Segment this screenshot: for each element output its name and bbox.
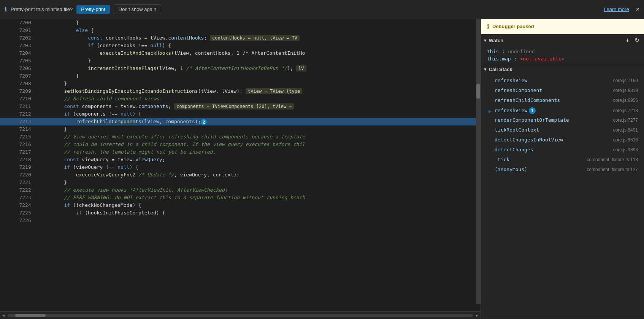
- line-content: // View queries must execute after refre…: [37, 133, 481, 141]
- callstack-location: core.js:7213: [613, 108, 638, 113]
- callstack-location: component_fixture.ts:127: [587, 167, 638, 172]
- line-content: setHostBindingsByExecutingExpandoInstruc…: [37, 87, 481, 95]
- line-content: refreshChildComponents(lView, components…: [37, 118, 481, 125]
- line-number: 7223: [0, 194, 37, 202]
- vertical-scrollbar[interactable]: [476, 19, 481, 304]
- line-number: 7211: [0, 103, 37, 110]
- inline-value: tView = TView {type: [246, 88, 302, 94]
- line-number: 7221: [0, 179, 37, 186]
- watch-add-button[interactable]: +: [624, 37, 631, 44]
- line-content: }: [37, 125, 481, 133]
- callstack-item[interactable]: tickRootContextcore.js:8491: [481, 125, 644, 135]
- line-content: if (viewQuery !== null) {: [37, 163, 481, 171]
- frame-indicator: [487, 98, 493, 104]
- code-line-7220: 7220 executeViewQueryFn(2 /* Update */, …: [0, 171, 481, 179]
- line-content: }: [37, 57, 481, 65]
- watch-item[interactable]: this:undefined: [487, 48, 638, 55]
- line-number: 7210: [0, 95, 37, 103]
- callstack-section-header[interactable]: ▼ Call Stack: [481, 64, 644, 75]
- callstack-function-name: tickRootContext: [495, 127, 610, 133]
- watch-key: this.map: [487, 56, 511, 62]
- watch-collapse-arrow: ▼: [484, 38, 487, 43]
- line-number: 7206: [0, 65, 37, 72]
- line-number: 7204: [0, 49, 37, 57]
- code-line-7209: 7209 setHostBindingsByExecutingExpandoIn…: [0, 87, 481, 95]
- code-line-7205: 7205 }: [0, 57, 481, 65]
- watch-refresh-button[interactable]: ↻: [633, 37, 641, 44]
- line-number: 7217: [0, 148, 37, 156]
- line-number: 7225: [0, 209, 37, 217]
- callstack-location: core.js:8319: [613, 88, 638, 93]
- line-content: }: [37, 19, 481, 27]
- watch-value: undefined: [508, 49, 535, 54]
- callstack-location: core.js:7277: [613, 117, 638, 123]
- breakpoint-badge: 2: [201, 119, 207, 125]
- callstack-item[interactable]: detectChangesInRootViewcore.js:8516: [481, 135, 644, 145]
- right-panel: ℹ Debugger paused ▼ Watch + ↻ this:undef…: [481, 19, 644, 319]
- line-number: 7224: [0, 202, 37, 209]
- callstack-item[interactable]: refreshViewcore.js:7160: [481, 76, 644, 86]
- callstack-item[interactable]: (anonymous)component_fixture.ts:127: [481, 165, 644, 175]
- code-line-7219: 7219 if (viewQuery !== null) {: [0, 163, 481, 171]
- line-content: [37, 217, 481, 224]
- code-line-7203: 7203 if (contentHooks !== null) {: [0, 42, 481, 49]
- callstack-function-name: refreshView1: [495, 107, 610, 114]
- callstack-function-name: refreshView: [495, 78, 610, 83]
- code-line-7223: 7223 // PERF WARNING: do NOT extract thi…: [0, 194, 481, 202]
- close-banner-button[interactable]: ×: [636, 6, 639, 13]
- watch-section-header[interactable]: ▼ Watch + ↻: [481, 34, 644, 46]
- dont-show-button[interactable]: Don't show again: [114, 5, 161, 14]
- scrollbar-thumb-horizontal[interactable]: [15, 314, 46, 317]
- scroll-right-button[interactable]: ▶: [474, 313, 480, 318]
- callstack-item[interactable]: detectChangescore.js:9893: [481, 145, 644, 155]
- scrollbar-thumb-vertical[interactable]: [476, 84, 480, 99]
- callstack-item[interactable]: ▶refreshView1core.js:7213: [481, 106, 644, 116]
- callstack-location: component_fixture.ts:113: [587, 157, 638, 162]
- callstack-function-name: detectChangesInRootView: [495, 137, 610, 143]
- code-line-7207: 7207 }: [0, 72, 481, 80]
- callstack-item[interactable]: _tickcomponent_fixture.ts:113: [481, 155, 644, 165]
- line-number: 7202: [0, 34, 37, 42]
- code-line-7221: 7221 }: [0, 179, 481, 186]
- line-content: const viewQuery = tView.viewQuery;: [37, 156, 481, 163]
- callstack-item[interactable]: refreshChildComponentscore.js:6956: [481, 96, 644, 106]
- line-content: // could be inserted in a child componen…: [37, 141, 481, 148]
- line-content: const contentHooks = tView.contentHooks;…: [37, 34, 481, 42]
- watch-item[interactable]: this.map:<not available>: [487, 55, 638, 62]
- info-icon: ℹ: [5, 6, 7, 13]
- line-number: 7219: [0, 163, 37, 171]
- line-content: if (contentHooks !== null) {: [37, 42, 481, 49]
- line-content: executeViewQueryFn(2 /* Update */, viewQ…: [37, 171, 481, 179]
- code-line-7216: 7216 // could be inserted in a child com…: [0, 141, 481, 148]
- line-content: }: [37, 72, 481, 80]
- line-number: 7218: [0, 156, 37, 163]
- code-line-7201: 7201 else {: [0, 27, 481, 34]
- line-number: 7207: [0, 72, 37, 80]
- line-number: 7216: [0, 141, 37, 148]
- code-line-7200: 7200 }: [0, 19, 481, 27]
- watch-key: this: [487, 49, 499, 54]
- code-line-7224: 7224 if (!checkNoChangesMode) {: [0, 202, 481, 209]
- active-frame-arrow: ▶: [489, 108, 492, 114]
- line-number: 7212: [0, 110, 37, 118]
- line-number: 7201: [0, 27, 37, 34]
- code-line-7215: 7215 // View queries must execute after …: [0, 133, 481, 141]
- inline-value: lV: [296, 65, 306, 71]
- callstack-info: refreshComponentcore.js:8319: [495, 87, 638, 93]
- callstack-item[interactable]: refreshComponentcore.js:8319: [481, 86, 644, 96]
- scroll-left-button[interactable]: ◀: [1, 313, 6, 318]
- callstack-item[interactable]: renderComponentOrTemplatecore.js:7277: [481, 116, 644, 125]
- code-line-7210: 7210 // Refresh child component views.: [0, 95, 481, 103]
- line-number: 7200: [0, 19, 37, 27]
- watch-title: Watch: [489, 38, 624, 43]
- horizontal-scrollbar[interactable]: [8, 314, 473, 317]
- frame-indicator: [487, 118, 493, 124]
- line-content: // PERF WARNING: do NOT extract this to …: [37, 194, 481, 202]
- code-line-7226: 7226: [0, 217, 481, 224]
- pretty-print-button[interactable]: Pretty-print: [76, 5, 110, 14]
- code-scroll[interactable]: 7200 }7201 else {7202 const contentHooks…: [0, 19, 481, 311]
- callstack-collapse-arrow: ▼: [484, 67, 487, 72]
- callstack-info: detectChangesInRootViewcore.js:8516: [495, 137, 638, 143]
- learn-more-link[interactable]: Learn more: [604, 6, 629, 12]
- line-content: executeInitAndCheckHooks(lView, contentH…: [37, 49, 481, 57]
